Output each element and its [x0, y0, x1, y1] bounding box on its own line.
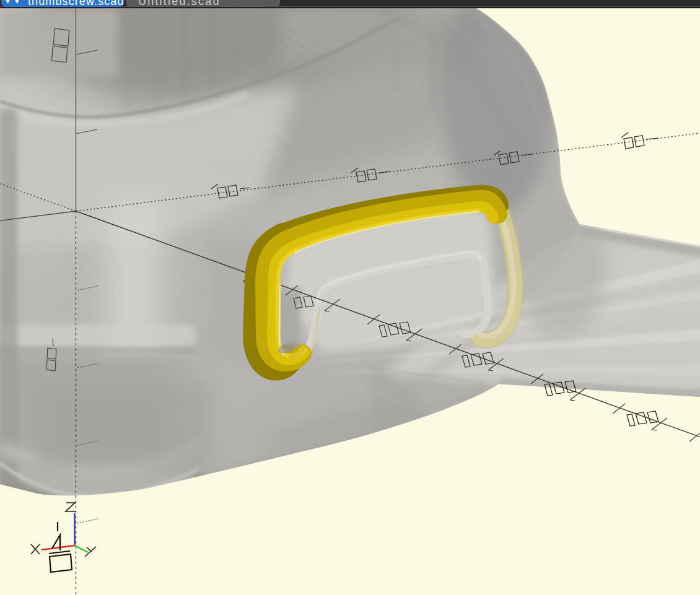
svg-text:Untitled.scad: Untitled.scad [138, 0, 221, 7]
svg-text:thumbscrew.scad: thumbscrew.scad [28, 0, 125, 7]
